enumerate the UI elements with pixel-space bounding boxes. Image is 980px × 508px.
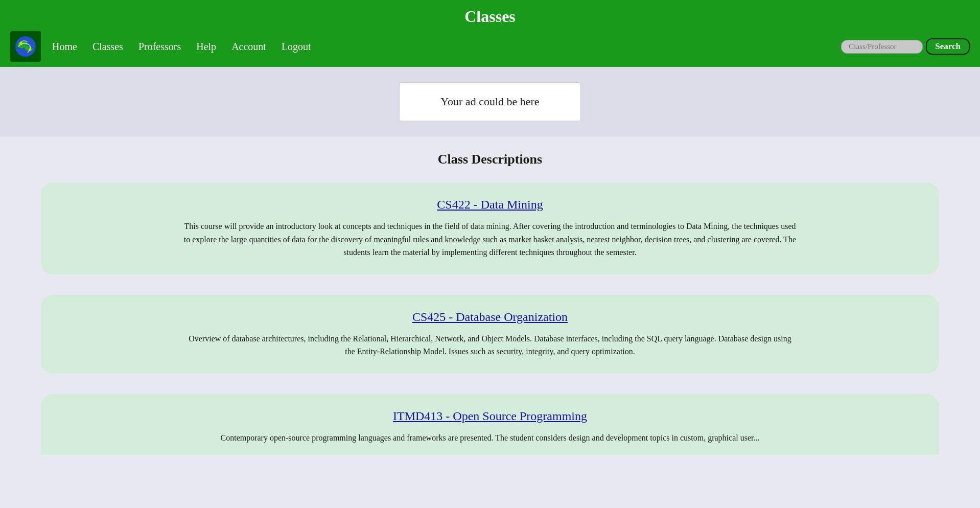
class-link-cs425[interactable]: CS425 - Database Organization xyxy=(412,310,568,324)
search-container: Search xyxy=(841,38,970,55)
class-link-cs422[interactable]: CS422 - Data Mining xyxy=(437,198,543,212)
nav-professors[interactable]: Professors xyxy=(132,37,187,57)
svg-point-4 xyxy=(29,49,32,51)
class-link-itmd413[interactable]: ITMD413 - Open Source Programming xyxy=(393,409,587,423)
nav-help[interactable]: Help xyxy=(190,37,222,57)
nav-logout[interactable]: Logout xyxy=(275,37,317,57)
main-content: Class Descriptions CS422 - Data Mining T… xyxy=(0,136,980,475)
section-title: Class Descriptions xyxy=(41,152,939,167)
search-button[interactable]: Search xyxy=(926,38,970,55)
svg-point-3 xyxy=(19,42,22,45)
nav-bar: Home Classes Professors Help Account Log… xyxy=(10,31,970,62)
page-title: Classes xyxy=(10,0,970,31)
class-description-cs422: This course will provide an introductory… xyxy=(183,220,797,259)
class-description-itmd413: Contemporary open-source programming lan… xyxy=(183,431,797,445)
ad-banner: Your ad could be here xyxy=(399,82,580,121)
search-input[interactable] xyxy=(841,40,923,54)
nav-account[interactable]: Account xyxy=(225,37,272,57)
nav-links: Home Classes Professors Help Account Log… xyxy=(46,37,841,57)
class-card-cs425: CS425 - Database Organization Overview o… xyxy=(41,295,939,374)
logo-container xyxy=(10,31,41,62)
class-card-cs422: CS422 - Data Mining This course will pro… xyxy=(41,182,939,274)
class-description-cs425: Overview of database architectures, incl… xyxy=(183,332,797,358)
nav-home[interactable]: Home xyxy=(46,37,83,57)
ad-banner-container: Your ad could be here xyxy=(0,67,980,136)
class-card-itmd413: ITMD413 - Open Source Programming Contem… xyxy=(41,394,939,455)
header: Classes Home Classes Professors He xyxy=(0,0,980,67)
nav-classes[interactable]: Classes xyxy=(86,37,129,57)
site-logo-icon xyxy=(13,34,38,59)
